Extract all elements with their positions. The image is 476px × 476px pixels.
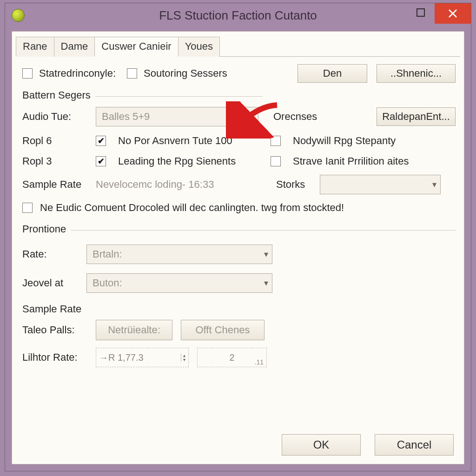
tab-content: Statredrinconyle: Soutoring Sessers Den …: [12, 57, 464, 372]
close-icon: [448, 9, 457, 18]
sample-rate-label-2: Sample Rate: [22, 303, 81, 315]
sample-rate-value: Nevelocemc loding- 16:33: [96, 178, 254, 191]
svg-rect-0: [417, 9, 424, 16]
orecnses-label: Orecnses: [273, 111, 317, 123]
ropl6-checkbox[interactable]: [96, 136, 106, 146]
prontione-legend: Prontione: [22, 223, 66, 235]
window-title: FLS Stuction Faction Cutanto: [5, 8, 471, 23]
tab-dame[interactable]: Dame: [54, 37, 95, 57]
audio-combo-value: Balles 5+9: [102, 111, 150, 123]
netruiealte-button[interactable]: Netrüiealte:: [96, 320, 172, 340]
lilhtor-spin-1-value: →R 1,77.3: [99, 352, 144, 363]
lilhtor-spin-2-suffix: .11: [255, 358, 264, 366]
warn-label: Ne Eudic Comuent Drocoled will dec canli…: [40, 202, 344, 214]
raldepan-button[interactable]: RaldepanEnt...: [377, 107, 456, 126]
rate-combo-value: Brtaln:: [93, 248, 122, 260]
statredrinconyle-label: Statredrinconyle:: [39, 67, 116, 79]
app-icon: [12, 9, 25, 22]
chevron-down-icon: ▾: [264, 249, 268, 259]
lilhtor-spin-1[interactable]: →R 1,77.3 ▴▾: [96, 348, 189, 367]
nodywill-label: Nodywill Rpg Stepanty: [293, 135, 396, 147]
shnenic-button[interactable]: ..Shnenic...: [377, 64, 456, 83]
jeovel-label: Jeovel at: [22, 277, 78, 289]
taleo-label: Taleo Palls:: [22, 324, 87, 336]
audio-label: Audio Tue:: [22, 111, 87, 123]
lilhtor-spin-2[interactable]: 2 .11: [197, 348, 267, 367]
soutoring-checkbox[interactable]: [127, 68, 137, 79]
dialog-window: FLS Stuction Faction Cutanto Rane Dame C…: [5, 3, 471, 471]
chevron-down-icon: ▾: [264, 278, 268, 288]
warn-checkbox[interactable]: [22, 203, 33, 213]
tab-youes[interactable]: Youes: [178, 37, 220, 57]
strave-label: Strave Ianit Prrilition aites: [293, 155, 409, 167]
lilhtor-label: Lilhtor Rate:: [22, 351, 87, 364]
chevron-down-icon: ▾: [250, 112, 254, 122]
maximize-icon: [416, 8, 425, 17]
lilhtor-spin-2-value: 2: [229, 352, 234, 363]
titlebar: FLS Stuction Faction Cutanto: [5, 3, 471, 27]
rate-label: Rate:: [22, 248, 78, 260]
jeovel-combo[interactable]: Buton: ▾: [86, 273, 272, 293]
ropl3-label: Ropl 3: [22, 155, 87, 167]
tab-rane[interactable]: Rane: [16, 37, 54, 57]
sample-rate-label-1: Sample Rate: [22, 178, 87, 191]
maximize-button[interactable]: [407, 3, 435, 22]
ropl3-checkbox-label: Leading the Rpg Sienents: [118, 155, 262, 167]
den-button[interactable]: Den: [298, 64, 367, 83]
audio-combo[interactable]: Balles 5+9 ▾: [96, 107, 258, 126]
spinner-icon: ▴▾: [181, 353, 185, 362]
jeovel-combo-value: Buton:: [93, 277, 122, 289]
ropl3-checkbox[interactable]: [96, 156, 106, 166]
storks-combo[interactable]: ▾: [320, 175, 441, 194]
prontione-groupline: [71, 230, 456, 231]
battern-groupline: [95, 96, 263, 97]
chevron-down-icon: ▾: [432, 179, 436, 190]
close-button[interactable]: [435, 3, 471, 24]
dialog-footer: OK Cancel: [282, 434, 454, 456]
window-buttons: [407, 3, 471, 24]
ropl6-checkbox-label: No Por Asnvern Tute 100: [118, 135, 262, 147]
storks-label: Storks: [276, 178, 305, 191]
client-area: Rane Dame Cuswer Canieir Youes Statredri…: [12, 31, 464, 464]
cancel-button[interactable]: Cancel: [375, 434, 454, 456]
offt-chenes-button[interactable]: Offt Chenes: [181, 320, 264, 340]
tab-strip: Rane Dame Cuswer Canieir Youes: [12, 32, 464, 56]
ok-button[interactable]: OK: [282, 434, 361, 456]
tab-cuswer-canieir[interactable]: Cuswer Canieir: [94, 37, 178, 57]
battern-legend: Battern Segers: [22, 89, 91, 101]
strave-checkbox[interactable]: [271, 156, 281, 166]
ropl6-label: Ropl 6: [22, 135, 87, 147]
soutoring-label: Soutoring Sessers: [144, 67, 227, 79]
statredrinconyle-checkbox[interactable]: [22, 68, 33, 79]
rate-combo[interactable]: Brtaln: ▾: [86, 245, 272, 264]
nodywill-checkbox[interactable]: [271, 136, 281, 146]
